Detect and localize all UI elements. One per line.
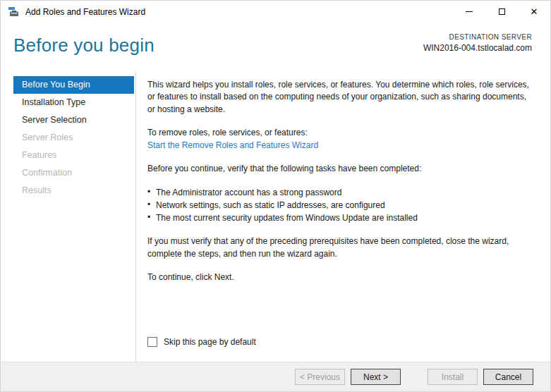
window-title: Add Roles and Features Wizard — [25, 7, 145, 17]
wizard-toolbox-icon — [8, 6, 20, 18]
wizard-footer: < Previous Next > Install Cancel — [1, 362, 550, 391]
install-button: Install — [428, 369, 478, 385]
page-title: Before you begin — [13, 35, 155, 71]
destination-server-label: DESTINATION SERVER — [423, 33, 532, 41]
window-controls: ✕ — [453, 1, 550, 23]
verify-heading: Before you continue, verify that the fol… — [147, 163, 533, 175]
remove-wizard-link[interactable]: Start the Remove Roles and Features Wiza… — [147, 140, 318, 150]
skip-page-label: Skip this page by default — [164, 336, 256, 348]
continue-note: To continue, click Next. — [147, 271, 533, 283]
minimize-icon — [466, 11, 473, 12]
close-button[interactable]: ✕ — [518, 1, 550, 23]
titlebar: Add Roles and Features Wizard ✕ — [1, 1, 550, 23]
task-item: The most current security updates from W… — [147, 212, 533, 224]
add-roles-features-wizard-window: Add Roles and Features Wizard ✕ Before y… — [0, 0, 551, 392]
nav-item-results: Results — [13, 182, 134, 200]
minimize-button[interactable] — [453, 1, 485, 23]
nav-item-confirmation: Confirmation — [13, 164, 134, 182]
wizard-header: Before you begin DESTINATION SERVER WIN2… — [1, 23, 550, 71]
skip-page-row: Skip this page by default — [147, 336, 256, 348]
destination-server-name: WIN2016-004.tstlocalad.com — [423, 43, 532, 53]
wizard-nav: Before You Begin Installation Type Serve… — [1, 71, 136, 362]
skip-page-checkbox[interactable] — [147, 337, 157, 347]
task-list: The Administrator account has a strong p… — [147, 186, 533, 224]
maximize-icon — [499, 8, 505, 15]
previous-button: < Previous — [295, 369, 345, 385]
maximize-button[interactable] — [485, 1, 518, 23]
intro-paragraph: This wizard helps you install roles, rol… — [147, 79, 533, 116]
nav-item-server-selection[interactable]: Server Selection — [13, 111, 134, 129]
wizard-content: This wizard helps you install roles, rol… — [136, 71, 550, 362]
remove-heading: To remove roles, role services, or featu… — [147, 127, 533, 139]
task-item: The Administrator account has a strong p… — [147, 186, 533, 199]
nav-item-features: Features — [13, 147, 134, 164]
prerequisite-note: If you must verify that any of the prece… — [147, 235, 533, 260]
destination-server-block: DESTINATION SERVER WIN2016-004.tstlocala… — [423, 33, 532, 71]
nav-item-before-you-begin[interactable]: Before You Begin — [13, 76, 134, 94]
nav-item-installation-type[interactable]: Installation Type — [13, 94, 134, 111]
close-icon: ✕ — [531, 7, 538, 16]
next-button[interactable]: Next > — [351, 369, 401, 385]
wizard-body: Before You Begin Installation Type Serve… — [1, 71, 550, 362]
nav-item-server-roles: Server Roles — [13, 129, 134, 147]
cancel-button[interactable]: Cancel — [483, 369, 533, 385]
task-item: Network settings, such as static IP addr… — [147, 199, 533, 212]
